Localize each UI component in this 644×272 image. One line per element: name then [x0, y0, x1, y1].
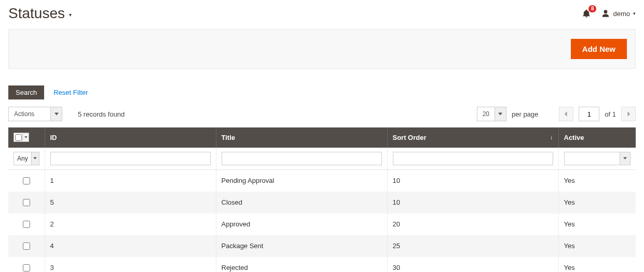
chevron-down-icon	[495, 107, 506, 121]
filter-title-input[interactable]	[222, 152, 382, 165]
per-page-value: 20	[477, 107, 495, 121]
column-header-active[interactable]: Active	[558, 127, 636, 148]
cell-title: Approved	[216, 213, 387, 235]
cell-active: Yes	[558, 235, 636, 257]
cell-id: 4	[45, 235, 216, 257]
mass-actions-label: Actions	[9, 107, 50, 121]
user-menu[interactable]: demo ▾	[601, 9, 636, 18]
cell-sort-order: 20	[387, 213, 558, 235]
cell-active: Yes	[558, 213, 636, 235]
filter-sort-order-input[interactable]	[393, 152, 553, 165]
row-checkbox[interactable]	[23, 264, 30, 271]
cell-sort-order: 10	[387, 192, 558, 213]
cell-active: Yes	[558, 169, 636, 192]
column-header-id[interactable]: ID	[45, 127, 216, 148]
row-checkbox[interactable]	[23, 221, 30, 228]
column-header-title[interactable]: Title	[216, 127, 387, 148]
row-checkbox[interactable]	[23, 199, 30, 206]
table-row[interactable]: 5Closed10Yes	[8, 192, 636, 213]
chevron-down-icon	[22, 133, 29, 141]
notifications-badge: 8	[588, 5, 597, 12]
reset-filter-button[interactable]: Reset Filter	[53, 89, 88, 96]
cell-active: Yes	[558, 192, 636, 213]
title-dropdown-icon[interactable]: ▾	[69, 12, 72, 18]
sort-descending-icon: ↓	[550, 134, 553, 141]
column-header-sort-order[interactable]: Sort Order↓	[387, 127, 558, 148]
table-row[interactable]: 2Approved20Yes	[8, 213, 636, 235]
filter-any-select[interactable]: Any	[13, 152, 39, 165]
cell-active: Yes	[558, 257, 636, 273]
per-page-select[interactable]: 20	[477, 107, 506, 121]
user-label: demo	[613, 10, 630, 18]
cell-title: Package Sent	[216, 235, 387, 257]
cell-sort-order: 25	[387, 235, 558, 257]
table-row[interactable]: 1Pending Approval10Yes	[8, 169, 636, 192]
next-page-button[interactable]	[621, 107, 636, 121]
page-title: Statuses	[8, 5, 65, 22]
cell-sort-order: 10	[387, 169, 558, 192]
column-header-checkbox[interactable]	[8, 127, 45, 148]
notifications-button[interactable]: 8	[582, 9, 591, 18]
add-new-button[interactable]: Add New	[571, 39, 627, 59]
table-row[interactable]: 3Rejected30Yes	[8, 257, 636, 273]
filter-active-select[interactable]	[564, 152, 631, 165]
chevron-down-icon	[620, 152, 630, 165]
filter-row: Any	[8, 148, 636, 170]
cell-id: 2	[45, 213, 216, 235]
page-input[interactable]	[579, 107, 599, 121]
cell-id: 5	[45, 192, 216, 213]
cell-id: 3	[45, 257, 216, 273]
chevron-down-icon	[50, 107, 62, 121]
select-all-checkbox[interactable]	[15, 134, 22, 141]
table-row[interactable]: 4Package Sent25Yes	[8, 235, 636, 257]
user-icon	[601, 9, 610, 18]
cell-title: Rejected	[216, 257, 387, 273]
chevron-down-icon: ▾	[633, 11, 636, 16]
cell-title: Closed	[216, 192, 387, 213]
filter-id-input[interactable]	[50, 152, 211, 165]
chevron-down-icon	[31, 152, 39, 165]
cell-sort-order: 30	[387, 257, 558, 273]
records-found-label: 5 records found	[78, 110, 125, 118]
prev-page-button[interactable]	[559, 107, 573, 121]
cell-id: 1	[45, 169, 216, 192]
per-page-label: per page	[512, 110, 538, 118]
top-bar: Statuses ▾ 8 demo ▾	[8, 5, 636, 22]
cell-title: Pending Approval	[216, 169, 387, 192]
mass-actions-select[interactable]: Actions	[8, 107, 62, 121]
row-checkbox[interactable]	[23, 242, 30, 250]
search-button[interactable]: Search	[8, 85, 44, 99]
data-grid: ID Title Sort Order↓ Active Any	[8, 127, 636, 272]
of-pages-label: of 1	[605, 110, 616, 118]
row-checkbox[interactable]	[23, 177, 30, 184]
action-bar: Add New	[8, 29, 636, 69]
